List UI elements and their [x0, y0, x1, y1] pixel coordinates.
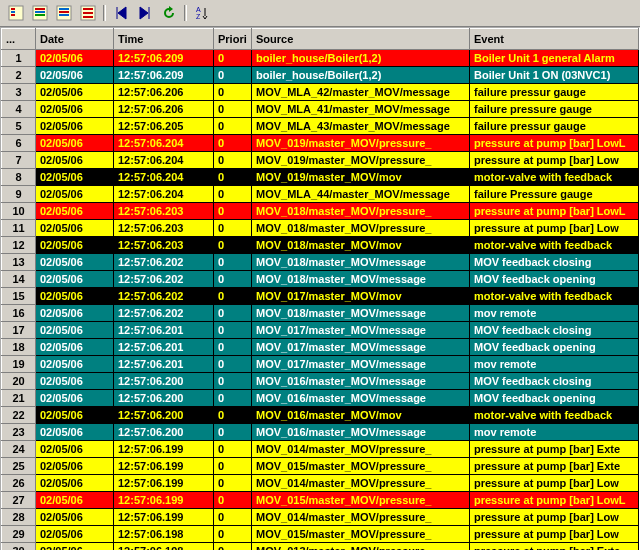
table-row[interactable]: 1102/05/0612:57:06.2030MOV_018/master_MO…: [2, 220, 639, 237]
table-row[interactable]: 1902/05/0612:57:06.2010MOV_017/master_MO…: [2, 356, 639, 373]
row-number[interactable]: 16: [2, 305, 36, 322]
table-row[interactable]: 202/05/0612:57:06.2090boiler_house/Boile…: [2, 67, 639, 84]
table-row[interactable]: 502/05/0612:57:06.2050MOV_MLA_43/master_…: [2, 118, 639, 135]
table-row[interactable]: 2802/05/0612:57:06.1990MOV_014/master_MO…: [2, 509, 639, 526]
cell-event: pressure at pump [bar] Low: [470, 526, 639, 543]
toolbar: AZ: [0, 0, 640, 27]
filter4-icon[interactable]: [77, 3, 99, 23]
table-row[interactable]: 1702/05/0612:57:06.2010MOV_017/master_MO…: [2, 322, 639, 339]
table-row[interactable]: 2002/05/0612:57:06.2000MOV_016/master_MO…: [2, 373, 639, 390]
table-row[interactable]: 1402/05/0612:57:06.2020MOV_018/master_MO…: [2, 271, 639, 288]
filter2-icon[interactable]: [29, 3, 51, 23]
row-number[interactable]: 24: [2, 441, 36, 458]
cell-date: 02/05/06: [36, 441, 114, 458]
cell-event: MOV feedback closing: [470, 254, 639, 271]
row-number[interactable]: 10: [2, 203, 36, 220]
cell-date: 02/05/06: [36, 475, 114, 492]
cell-source: boiler_house/Boiler(1,2): [252, 67, 470, 84]
table-row[interactable]: 1502/05/0612:57:06.2020MOV_017/master_MO…: [2, 288, 639, 305]
table-row[interactable]: 702/05/0612:57:06.2040MOV_019/master_MOV…: [2, 152, 639, 169]
row-number[interactable]: 21: [2, 390, 36, 407]
row-number[interactable]: 6: [2, 135, 36, 152]
cell-source: MOV_MLA_42/master_MOV/message: [252, 84, 470, 101]
row-number[interactable]: 9: [2, 186, 36, 203]
separator: [184, 5, 187, 21]
row-number[interactable]: 26: [2, 475, 36, 492]
row-number[interactable]: 5: [2, 118, 36, 135]
cell-source: MOV_018/master_MOV/message: [252, 254, 470, 271]
row-number[interactable]: 19: [2, 356, 36, 373]
row-number[interactable]: 12: [2, 237, 36, 254]
row-number[interactable]: 4: [2, 101, 36, 118]
row-number[interactable]: 1: [2, 50, 36, 67]
row-number[interactable]: 22: [2, 407, 36, 424]
row-number[interactable]: 28: [2, 509, 36, 526]
row-number[interactable]: 2: [2, 67, 36, 84]
table-row[interactable]: 1002/05/0612:57:06.2030MOV_018/master_MO…: [2, 203, 639, 220]
row-number[interactable]: 7: [2, 152, 36, 169]
row-number[interactable]: 14: [2, 271, 36, 288]
table-row[interactable]: 302/05/0612:57:06.2060MOV_MLA_42/master_…: [2, 84, 639, 101]
table-row[interactable]: 1202/05/0612:57:06.2030MOV_018/master_MO…: [2, 237, 639, 254]
table-row[interactable]: 1802/05/0612:57:06.2010MOV_017/master_MO…: [2, 339, 639, 356]
table-row[interactable]: 1602/05/0612:57:06.2020MOV_018/master_MO…: [2, 305, 639, 322]
cell-priority: 0: [214, 305, 252, 322]
row-number[interactable]: 3: [2, 84, 36, 101]
table-row[interactable]: 3002/05/0612:57:06.1980MOV_013/master_MO…: [2, 543, 639, 551]
cell-priority: 0: [214, 322, 252, 339]
col-time[interactable]: Time: [114, 29, 214, 50]
cell-date: 02/05/06: [36, 526, 114, 543]
cell-priority: 0: [214, 169, 252, 186]
cell-source: MOV_014/master_MOV/pressure_: [252, 475, 470, 492]
table-row[interactable]: 2302/05/0612:57:06.2000MOV_016/master_MO…: [2, 424, 639, 441]
goto-end-icon[interactable]: [134, 3, 156, 23]
table-row[interactable]: 602/05/0612:57:06.2040MOV_019/master_MOV…: [2, 135, 639, 152]
table-row[interactable]: 402/05/0612:57:06.2060MOV_MLA_41/master_…: [2, 101, 639, 118]
row-number[interactable]: 17: [2, 322, 36, 339]
col-rownum[interactable]: ...: [2, 29, 36, 50]
row-number[interactable]: 15: [2, 288, 36, 305]
col-source[interactable]: Source: [252, 29, 470, 50]
refresh-icon[interactable]: [158, 3, 180, 23]
row-number[interactable]: 20: [2, 373, 36, 390]
table-row[interactable]: 2602/05/0612:57:06.1990MOV_014/master_MO…: [2, 475, 639, 492]
col-date[interactable]: Date: [36, 29, 114, 50]
row-number[interactable]: 25: [2, 458, 36, 475]
cell-event: motor-valve with feedback: [470, 288, 639, 305]
table-row[interactable]: 2202/05/0612:57:06.2000MOV_016/master_MO…: [2, 407, 639, 424]
cell-time: 12:57:06.204: [114, 135, 214, 152]
alarm-grid[interactable]: ... Date Time Priori Source Event 102/05…: [0, 27, 640, 550]
goto-start-icon[interactable]: [110, 3, 132, 23]
row-number[interactable]: 8: [2, 169, 36, 186]
cell-event: motor-valve with feedback: [470, 169, 639, 186]
cell-time: 12:57:06.209: [114, 50, 214, 67]
cell-source: MOV_MLA_43/master_MOV/message: [252, 118, 470, 135]
col-event[interactable]: Event: [470, 29, 639, 50]
table-row[interactable]: 2402/05/0612:57:06.1990MOV_014/master_MO…: [2, 441, 639, 458]
col-priority[interactable]: Priori: [214, 29, 252, 50]
row-number[interactable]: 30: [2, 543, 36, 551]
cell-time: 12:57:06.199: [114, 509, 214, 526]
row-number[interactable]: 27: [2, 492, 36, 509]
row-number[interactable]: 23: [2, 424, 36, 441]
table-row[interactable]: 2902/05/0612:57:06.1980MOV_015/master_MO…: [2, 526, 639, 543]
row-number[interactable]: 13: [2, 254, 36, 271]
table-row[interactable]: 2702/05/0612:57:06.1990MOV_015/master_MO…: [2, 492, 639, 509]
filter3-icon[interactable]: [53, 3, 75, 23]
table-row[interactable]: 102/05/0612:57:06.2090boiler_house/Boile…: [2, 50, 639, 67]
cell-date: 02/05/06: [36, 220, 114, 237]
table-row[interactable]: 2502/05/0612:57:06.1990MOV_015/master_MO…: [2, 458, 639, 475]
row-number[interactable]: 11: [2, 220, 36, 237]
table-row[interactable]: 902/05/0612:57:06.2040MOV_MLA_44/master_…: [2, 186, 639, 203]
cell-priority: 0: [214, 492, 252, 509]
cell-priority: 0: [214, 543, 252, 551]
row-number[interactable]: 29: [2, 526, 36, 543]
table-row[interactable]: 1302/05/0612:57:06.2020MOV_018/master_MO…: [2, 254, 639, 271]
table-row[interactable]: 2102/05/0612:57:06.2000MOV_016/master_MO…: [2, 390, 639, 407]
cell-event: MOV feedback opening: [470, 390, 639, 407]
cell-date: 02/05/06: [36, 339, 114, 356]
row-number[interactable]: 18: [2, 339, 36, 356]
filter1-icon[interactable]: [5, 3, 27, 23]
table-row[interactable]: 802/05/0612:57:06.2040MOV_019/master_MOV…: [2, 169, 639, 186]
sort-icon[interactable]: AZ: [191, 3, 213, 23]
